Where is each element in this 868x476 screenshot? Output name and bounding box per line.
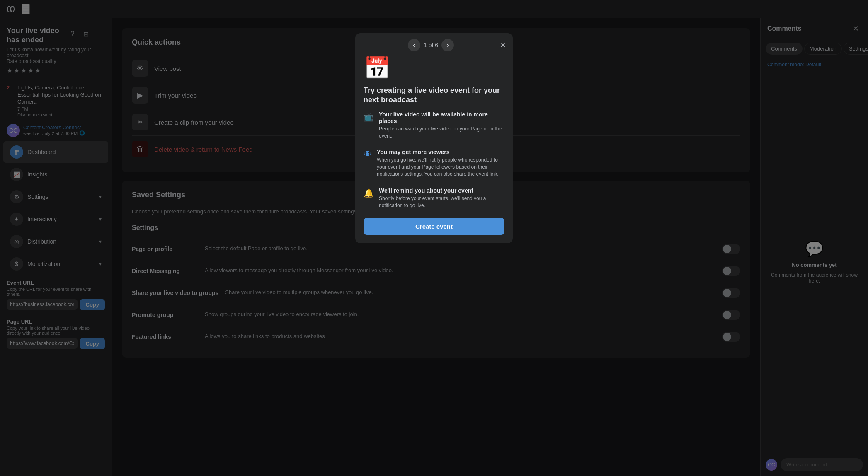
modal-feature-more-viewers: 👁 You may get more viewers When you go l… — [364, 149, 504, 177]
modal-feature-more-places: 📺 Your live video will be available in m… — [364, 111, 504, 140]
modal-nav: ‹ 1 of 6 › ✕ — [355, 33, 513, 56]
feature-title-more-places: Your live video will be available in mor… — [379, 111, 504, 124]
modal-prev-button[interactable]: ‹ — [408, 39, 420, 51]
feature-icon-reminder: 🔔 — [364, 188, 374, 198]
feature-icon-more-viewers: 👁 — [364, 150, 372, 159]
event-modal: ‹ 1 of 6 › ✕ 📅 Try creating a live video… — [355, 33, 513, 243]
feature-desc-more-places: People can watch your live video on your… — [379, 126, 504, 140]
feature-desc-more-viewers: When you go live, we'll notify people wh… — [377, 157, 504, 177]
create-event-button[interactable]: Create event — [364, 218, 504, 235]
modal-body: 📅 Try creating a live video event for yo… — [355, 56, 513, 243]
modal-features: 📺 Your live video will be available in m… — [364, 111, 504, 209]
feature-divider — [364, 145, 504, 145]
feature-divider — [364, 184, 504, 184]
feature-text-more-viewers: You may get more viewers When you go liv… — [377, 149, 504, 177]
modal-icon: 📅 — [364, 56, 504, 81]
feature-text-reminder: We'll remind you about your event Shortl… — [379, 187, 504, 209]
feature-desc-reminder: Shortly before your event starts, we'll … — [379, 195, 504, 209]
modal-feature-reminder: 🔔 We'll remind you about your event Shor… — [364, 187, 504, 209]
feature-text-more-places: Your live video will be available in mor… — [379, 111, 504, 140]
feature-icon-more-places: 📺 — [364, 112, 374, 122]
modal-title: Try creating a live video event for your… — [364, 86, 504, 105]
modal-close-button[interactable]: ✕ — [500, 41, 506, 50]
modal-overlay: ‹ 1 of 6 › ✕ 📅 Try creating a live video… — [0, 0, 868, 476]
modal-next-button[interactable]: › — [441, 39, 454, 51]
modal-counter: 1 of 6 — [424, 42, 438, 48]
feature-title-reminder: We'll remind you about your event — [379, 187, 504, 194]
feature-title-more-viewers: You may get more viewers — [377, 149, 504, 155]
